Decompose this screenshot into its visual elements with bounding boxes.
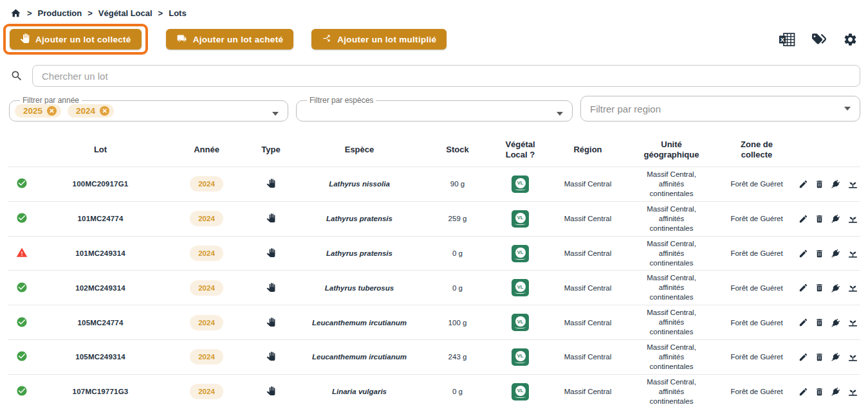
plug-icon[interactable] (831, 352, 841, 362)
filter-year-label: Filtrer par année (20, 96, 82, 105)
type-cell (248, 384, 293, 399)
type-cell (248, 315, 293, 330)
chevron-down-icon[interactable] (557, 112, 563, 116)
plug-icon[interactable] (831, 179, 841, 189)
filter-species[interactable]: Filtrer par espèces (296, 96, 573, 122)
sprout-icon[interactable] (847, 352, 858, 363)
vegetal-local-badge: VL (512, 210, 529, 228)
plug-icon[interactable] (831, 283, 841, 293)
plug-icon[interactable] (831, 248, 841, 258)
geo-unit-value: Massif Central, affinités continentales (625, 271, 718, 305)
breadcrumb-separator: > (158, 8, 163, 18)
year-chip-2025[interactable]: 2025 ✕ (15, 104, 61, 118)
vegetal-local-cell: VL (490, 346, 551, 368)
check-circle-icon (16, 282, 28, 294)
hand-icon (266, 213, 275, 224)
sprout-icon[interactable] (847, 179, 858, 190)
plug-icon[interactable] (831, 213, 841, 224)
search-input[interactable] (32, 65, 860, 87)
status-cell (8, 279, 36, 297)
collect-zone-value: Forêt de Guéret (718, 247, 795, 260)
lot-id: 107MC19771G3 (36, 385, 165, 398)
tags-icon[interactable] (811, 32, 827, 47)
add-multiplied-lot-label: Ajouter un lot multiplié (337, 35, 436, 44)
filter-year-chips: 2025 ✕ 2024 ✕ (15, 104, 268, 118)
geo-unit-value: Massif Central, affinités continentales (625, 305, 718, 339)
vegetal-local-badge: VL (512, 279, 529, 296)
breadcrumb-item-vegetal-local[interactable]: Végétal Local (98, 8, 152, 18)
check-circle-icon (16, 212, 28, 225)
filter-species-label: Filtrer par espèces (307, 96, 376, 105)
region-value: Massif Central (551, 385, 625, 398)
geo-unit-value: Massif Central, affinités continentales (625, 375, 718, 405)
sprout-icon[interactable] (847, 282, 858, 293)
table-row: 101MC249314 2024 Lathyrus pratensis 0 g … (8, 236, 860, 271)
delete-trash-icon[interactable] (815, 214, 824, 224)
column-header-region: Région (551, 142, 625, 158)
status-cell (8, 244, 36, 262)
home-icon[interactable] (10, 8, 21, 19)
vegetal-local-badge: VL (512, 245, 529, 262)
edit-pencil-icon[interactable] (799, 283, 808, 292)
delete-trash-icon[interactable] (815, 387, 824, 397)
type-cell (248, 280, 293, 296)
breadcrumb-item-production[interactable]: Production (38, 8, 82, 18)
edit-pencil-icon[interactable] (799, 318, 808, 327)
geo-unit-value: Massif Central, affinités continentales (625, 237, 718, 271)
chevron-down-icon[interactable] (272, 112, 279, 116)
delete-trash-icon[interactable] (815, 283, 824, 292)
filter-region[interactable]: Filtrer par region (580, 96, 860, 122)
plug-icon[interactable] (831, 318, 841, 328)
row-actions (795, 280, 860, 296)
row-actions (795, 349, 860, 365)
vegetal-local-badge: VL (512, 383, 529, 401)
lot-id: 102MC249314 (36, 282, 165, 294)
year-cell: 2024 (165, 174, 248, 194)
hand-icon (266, 352, 275, 362)
vegetal-local-cell: VL (490, 208, 551, 230)
edit-pencil-icon[interactable] (799, 179, 808, 189)
edit-pencil-icon[interactable] (799, 352, 808, 362)
year-cell: 2024 (165, 381, 248, 402)
delete-trash-icon[interactable] (815, 352, 824, 362)
table-row: 100MC20917G1 2024 Lathyrus nissolia 90 g… (8, 166, 860, 201)
search-row (0, 65, 868, 87)
sprout-icon[interactable] (847, 248, 858, 259)
edit-pencil-icon[interactable] (799, 387, 808, 397)
vegetal-local-badge: VL (512, 314, 529, 331)
breadcrumb-separator: > (27, 8, 32, 18)
edit-pencil-icon[interactable] (799, 214, 808, 224)
add-purchased-lot-button[interactable]: Ajouter un lot acheté (166, 29, 294, 50)
edit-pencil-icon[interactable] (799, 249, 808, 258)
table-row: 101MC24774 2024 Lathyrus pratensis 259 g… (8, 201, 860, 236)
add-multiplied-lot-button[interactable]: Ajouter un lot multiplié (311, 29, 447, 50)
settings-gear-icon[interactable] (843, 32, 858, 47)
column-header-vegetal-local: Végétal Local ? (498, 137, 543, 163)
hand-icon (266, 179, 275, 189)
chevron-down-icon[interactable] (844, 107, 851, 111)
column-header-zone-collecte: Zone de collecte (733, 137, 781, 163)
delete-trash-icon[interactable] (815, 249, 824, 258)
column-header-type: Type (248, 142, 293, 158)
hand-icon (266, 283, 275, 293)
truck-icon (176, 33, 187, 45)
collect-zone-value: Forêt de Guéret (718, 316, 795, 329)
chip-close-icon[interactable]: ✕ (47, 106, 57, 116)
filter-year[interactable]: Filtrer par année 2025 ✕ 2024 ✕ (9, 96, 288, 122)
add-collected-lot-button[interactable]: Ajouter un lot collecté (10, 29, 142, 50)
sprout-icon[interactable] (847, 386, 858, 397)
vegetal-local-cell: VL (490, 242, 551, 265)
vegetal-local-cell: VL (490, 381, 551, 403)
excel-export-icon[interactable]: X (779, 32, 795, 47)
add-purchased-lot-label: Ajouter un lot acheté (193, 35, 284, 44)
delete-trash-icon[interactable] (815, 318, 824, 327)
sprout-icon[interactable] (847, 213, 858, 224)
chip-close-icon[interactable]: ✕ (100, 106, 109, 116)
year-cell: 2024 (165, 312, 248, 333)
delete-trash-icon[interactable] (815, 179, 824, 189)
year-chip-2024[interactable]: 2024 ✕ (68, 104, 114, 118)
plug-icon[interactable] (831, 386, 841, 397)
sprout-icon[interactable] (847, 317, 858, 328)
year-badge: 2024 (190, 315, 223, 330)
check-circle-icon (16, 316, 28, 329)
